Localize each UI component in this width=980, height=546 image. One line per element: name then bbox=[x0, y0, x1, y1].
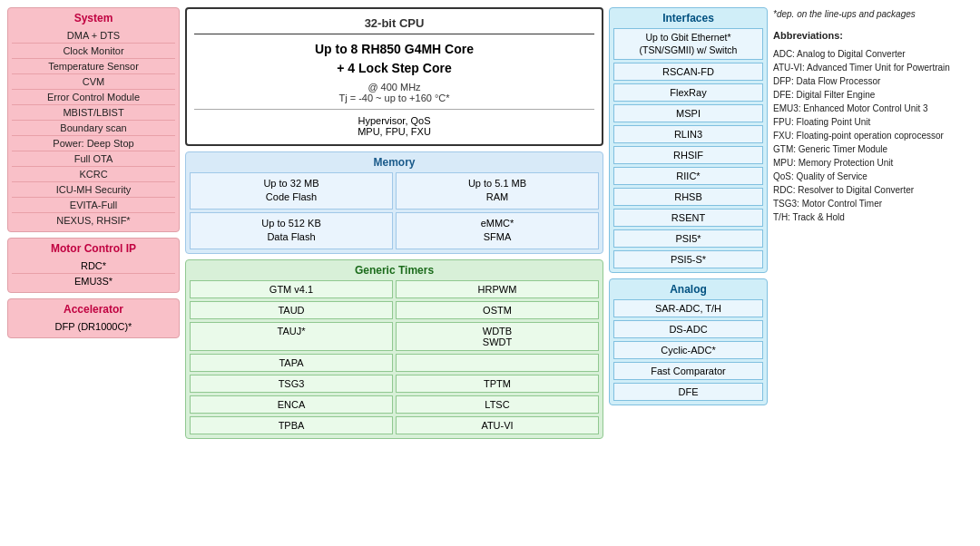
accel-item-dfp: DFP (DR1000C)* bbox=[12, 319, 175, 334]
main-layout: System DMA + DTS Clock Monitor Temperatu… bbox=[7, 7, 973, 439]
dep-note: *dep. on the line-ups and packages bbox=[773, 7, 973, 21]
system-item-clock: Clock Monitor bbox=[12, 44, 175, 59]
interfaces-rhsif: RHSIF bbox=[613, 146, 763, 164]
memory-cell-1: Up to 5.1 MBRAM bbox=[396, 172, 599, 210]
memory-cell-2: Up to 512 KBData Flash bbox=[190, 212, 393, 249]
system-item-cvm: CVM bbox=[12, 74, 175, 90]
system-item-ota: Full OTA bbox=[12, 151, 175, 167]
abbrev-dfp: DFP: Data Flow Processor bbox=[773, 74, 973, 88]
analog-saradc: SAR-ADC, T/H bbox=[613, 299, 763, 317]
timers-title: Generic Timers bbox=[190, 264, 599, 277]
accel-box: Accelerator DFP (DR1000C)* bbox=[7, 298, 180, 338]
abbrev-tsg3: TSG3: Motor Control Timer bbox=[773, 197, 973, 210]
cpu-sub-text: @ 400 MHz Tj = -40 ~ up to +160 °C* bbox=[194, 82, 594, 103]
interfaces-rhsb: RHSB bbox=[613, 188, 763, 206]
timers-box: Generic Timers GTM v4.1 HRPWM TAUD OSTM … bbox=[185, 259, 603, 439]
system-item-evita: EVITA-Full bbox=[12, 198, 175, 213]
memory-title: Memory bbox=[190, 156, 599, 169]
analog-comparator: Fast Comparator bbox=[613, 362, 763, 380]
interfaces-psi5s: PSI5-S* bbox=[613, 250, 763, 268]
system-item-kcrc: KCRC bbox=[12, 167, 175, 182]
interfaces-column: Interfaces Up to Gbit Ethernet*(TSN/SGMI… bbox=[609, 7, 768, 439]
system-item-power: Power: Deep Stop bbox=[12, 136, 175, 151]
timer-wdtb: WDTBSWDT bbox=[396, 322, 599, 351]
motor-item-emu3s: EMU3S* bbox=[12, 274, 175, 288]
cpu-title: 32-bit CPU bbox=[194, 16, 594, 34]
memory-cell-3: eMMC*SFMA bbox=[396, 212, 599, 249]
interfaces-ethernet: Up to Gbit Ethernet*(TSN/SGMII) w/ Switc… bbox=[613, 28, 763, 60]
interfaces-rsent: RSENT bbox=[613, 209, 763, 227]
abbrev-gtm: GTM: Generic Timer Module bbox=[773, 142, 973, 156]
timer-tapa: TAPA bbox=[190, 354, 393, 372]
memory-box: Memory Up to 32 MBCode Flash Up to 5.1 M… bbox=[185, 151, 603, 254]
timer-tauj: TAUJ* bbox=[190, 322, 393, 351]
interfaces-riic: RIIC* bbox=[613, 167, 763, 185]
interfaces-rscan: RSCAN-FD bbox=[613, 63, 763, 81]
system-item-dma: DMA + DTS bbox=[12, 28, 175, 44]
interfaces-flexray: FlexRay bbox=[613, 83, 763, 102]
notes-column: *dep. on the line-ups and packages Abbre… bbox=[773, 7, 973, 439]
abbrev-adc: ADC: Analog to Digital Converter bbox=[773, 47, 973, 61]
abbrev-dfe: DFE: Digital Filter Engine bbox=[773, 88, 973, 102]
timer-atuvi: ATU-VI bbox=[396, 416, 599, 434]
timer-ltsc: LTSC bbox=[396, 395, 599, 414]
timer-tpba: TPBA bbox=[190, 416, 393, 434]
system-item-temp: Temperature Sensor bbox=[12, 59, 175, 74]
memory-grid: Up to 32 MBCode Flash Up to 5.1 MBRAM Up… bbox=[190, 172, 599, 249]
analog-box: Analog SAR-ADC, T/H DS-ADC Cyclic-ADC* F… bbox=[609, 278, 768, 405]
system-column: System DMA + DTS Clock Monitor Temperatu… bbox=[7, 7, 180, 439]
system-item-mbist: MBIST/LBIST bbox=[12, 105, 175, 121]
interfaces-mspi: MSPI bbox=[613, 104, 763, 122]
abbrev-atuvi: ATU-VI: Advanced Timer Unit for Powertra… bbox=[773, 61, 973, 74]
timer-hrpwm: HRPWM bbox=[396, 280, 599, 298]
motor-title: Motor Control IP bbox=[12, 242, 175, 255]
abbrev-th: T/H: Track & Hold bbox=[773, 210, 973, 224]
analog-dsadc: DS-ADC bbox=[613, 320, 763, 338]
timer-tptm: TPTM bbox=[396, 375, 599, 393]
interfaces-rlin3: RLIN3 bbox=[613, 125, 763, 143]
timers-grid: GTM v4.1 HRPWM TAUD OSTM TAUJ* WDTBSWDT … bbox=[190, 280, 599, 434]
cpu-main-text: Up to 8 RH850 G4MH Core + 4 Lock Step Co… bbox=[194, 40, 594, 78]
timer-ostm: OSTM bbox=[396, 301, 599, 319]
system-item-ecm: Error Control Module bbox=[12, 90, 175, 105]
memory-cell-0: Up to 32 MBCode Flash bbox=[190, 172, 393, 210]
motor-box: Motor Control IP RDC* EMU3S* bbox=[7, 238, 180, 293]
interfaces-psi5: PSI5* bbox=[613, 229, 763, 248]
analog-dfe: DFE bbox=[613, 383, 763, 401]
cpu-box: 32-bit CPU Up to 8 RH850 G4MH Core + 4 L… bbox=[185, 7, 603, 146]
abbrev-rdc: RDC: Resolver to Digital Converter bbox=[773, 183, 973, 197]
accel-title: Accelerator bbox=[12, 303, 175, 316]
cpu-features: Hypervisor, QoS MPU, FPU, FXU bbox=[194, 115, 594, 137]
timer-tsg3: TSG3 bbox=[190, 375, 393, 393]
timer-enca: ENCA bbox=[190, 395, 393, 414]
system-title: System bbox=[12, 12, 175, 24]
abbrev-fxu: FXU: Floating-point operation coprocesso… bbox=[773, 129, 973, 142]
timer-gtm: GTM v4.1 bbox=[190, 280, 393, 298]
cpu-divider bbox=[194, 109, 594, 110]
system-item-icu: ICU-MH Security bbox=[12, 182, 175, 198]
center-column: 32-bit CPU Up to 8 RH850 G4MH Core + 4 L… bbox=[185, 7, 603, 439]
abbrev-emu3: EMU3: Enhanced Motor Control Unit 3 bbox=[773, 102, 973, 115]
abbrev-title: Abbreviations: bbox=[773, 28, 973, 44]
abbrev-fpu: FPU: Floating Point Unit bbox=[773, 115, 973, 129]
interfaces-title: Interfaces bbox=[613, 12, 763, 24]
analog-cyclic: Cyclic-ADC* bbox=[613, 341, 763, 359]
motor-item-rdc: RDC* bbox=[12, 258, 175, 274]
analog-title: Analog bbox=[613, 283, 763, 296]
timer-empty bbox=[396, 354, 599, 372]
interfaces-box: Interfaces Up to Gbit Ethernet*(TSN/SGMI… bbox=[609, 7, 768, 273]
system-item-boundary: Boundary scan bbox=[12, 121, 175, 136]
system-item-nexus: NEXUS, RHSIF* bbox=[12, 213, 175, 228]
timer-taud: TAUD bbox=[190, 301, 393, 319]
abbrev-qos: QoS: Quality of Service bbox=[773, 170, 973, 183]
system-box: System DMA + DTS Clock Monitor Temperatu… bbox=[7, 7, 180, 232]
abbrev-mpu: MPU: Memory Protection Unit bbox=[773, 156, 973, 170]
